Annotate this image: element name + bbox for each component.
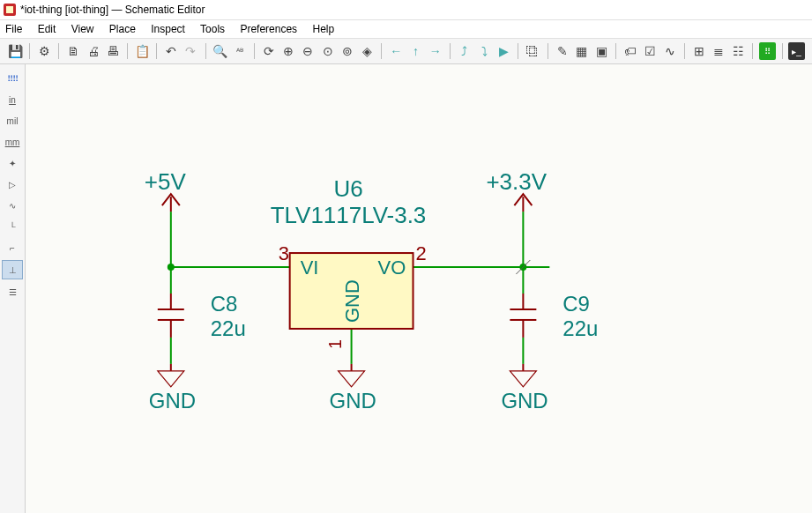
save-icon[interactable]: 💾 <box>7 42 23 60</box>
svg-marker-13 <box>158 371 184 387</box>
separator <box>518 43 518 59</box>
zoom-in-icon[interactable]: ⊕ <box>280 42 296 60</box>
hierarchy-icon[interactable]: ⿻ <box>525 42 540 60</box>
run-icon[interactable]: ▶ <box>495 42 511 60</box>
erc-icon[interactable]: ☑ <box>642 42 658 60</box>
menu-help[interactable]: Help <box>312 23 334 35</box>
u6-value: TLV1117LV-3.3 <box>271 202 427 228</box>
menu-preferences[interactable]: Preferences <box>240 23 297 35</box>
find-icon[interactable]: 🔍 <box>212 42 227 60</box>
menu-bar: File Edit View Place Inspect Tools Prefe… <box>0 20 812 39</box>
hidden-pins-icon[interactable]: ▷ <box>3 175 22 193</box>
simulator-icon[interactable]: ∿ <box>662 42 678 60</box>
redo-icon[interactable]: ↷ <box>183 42 198 60</box>
gnd-c8[interactable]: GND <box>149 364 196 413</box>
separator <box>29 43 30 59</box>
print-icon[interactable]: 🖨 <box>86 42 101 60</box>
c9-value: 22u <box>562 316 598 340</box>
hidden-fields-icon[interactable]: ∿ <box>3 197 22 214</box>
plot-icon[interactable]: 🖶 <box>105 42 121 60</box>
zoom-selection-icon[interactable]: ◈ <box>359 42 375 60</box>
component-c9[interactable]: C9 22u <box>510 292 598 340</box>
cursor-shape-icon[interactable]: ✦ <box>3 154 22 172</box>
separator <box>752 43 753 59</box>
gnd-c9-label: GND <box>501 389 548 413</box>
units-mm-button[interactable]: mm <box>3 133 22 151</box>
u6-pin3-name: VI <box>301 256 319 279</box>
assign-footprints-icon[interactable]: ⊞ <box>691 42 707 60</box>
u6-pin1-num: 1 <box>325 339 345 349</box>
svg-marker-15 <box>339 371 365 387</box>
scripting-console-icon[interactable]: ▸_ <box>788 42 804 60</box>
app-icon <box>4 4 16 16</box>
paste-icon[interactable]: 📋 <box>134 42 150 60</box>
schematic-setup-icon[interactable]: ⚙ <box>36 42 52 60</box>
separator <box>684 43 685 59</box>
component-u6[interactable]: U6 TLV1117LV-3.3 3 VI 2 VO 1 GND <box>271 175 427 349</box>
symbol-editor-icon[interactable]: ✎ <box>554 42 570 60</box>
undo-icon[interactable]: ↶ <box>163 42 179 60</box>
gnd-u6[interactable]: GND <box>330 364 376 413</box>
gnd-c9[interactable]: GND <box>501 364 548 413</box>
left-toolbar: ⠿⠿ in mil mm ✦ ▷ ∿ └ ⌐ ⊥ ☰ <box>0 64 26 513</box>
separator <box>58 43 59 59</box>
power-5v[interactable]: +5V <box>145 168 187 212</box>
45deg-icon[interactable]: ⌐ <box>3 239 22 256</box>
gnd-u6-label: GND <box>330 389 376 413</box>
90deg-icon[interactable]: ⊥ <box>2 260 23 279</box>
power-3v3[interactable]: +3.3V <box>486 168 547 274</box>
separator <box>381 43 382 59</box>
free-angle-icon[interactable]: └ <box>3 218 22 235</box>
u6-pin3-num: 3 <box>279 242 289 264</box>
grid-dots-icon[interactable]: ⠿⠿ <box>3 70 22 87</box>
title-bar: *iot-thing [iot-thing] — Schematic Edito… <box>0 0 812 20</box>
page-icon[interactable]: 🗎 <box>65 42 81 60</box>
separator <box>254 43 255 59</box>
menu-file[interactable]: File <box>5 23 22 35</box>
component-c8[interactable]: C8 22u <box>158 292 246 340</box>
menu-tools[interactable]: Tools <box>200 23 225 35</box>
annotate-auto-icon[interactable]: ☰ <box>3 283 22 301</box>
annotate-icon[interactable]: 🏷 <box>622 42 638 60</box>
symbol-browser-icon[interactable]: ▦ <box>574 42 590 60</box>
footprint-icon[interactable]: ▣ <box>593 42 609 60</box>
units-mils-button[interactable]: mil <box>3 112 22 130</box>
find-replace-icon[interactable]: ᴬᴮ <box>232 42 248 60</box>
c8-value: 22u <box>211 316 246 340</box>
zoom-objects-icon[interactable]: ⊚ <box>339 42 355 60</box>
nav-back-icon[interactable]: ← <box>388 42 404 60</box>
nav-up-icon[interactable]: ↑ <box>407 42 423 60</box>
gnd-c8-label: GND <box>149 389 196 413</box>
refresh-icon[interactable]: ⟳ <box>261 42 277 60</box>
menu-view[interactable]: View <box>71 23 94 35</box>
leave-sheet-icon[interactable]: ⤵ <box>476 42 492 60</box>
u6-pin2-num: 2 <box>416 242 427 264</box>
separator <box>127 43 128 59</box>
power-3v3-label: +3.3V <box>486 168 547 195</box>
separator <box>450 43 451 59</box>
window-title: *iot-thing [iot-thing] — Schematic Edito… <box>20 0 205 19</box>
bulk-edit-icon[interactable]: ☷ <box>730 42 746 60</box>
menu-inspect[interactable]: Inspect <box>151 23 185 35</box>
c9-ref: C9 <box>562 292 590 316</box>
u6-ref: U6 <box>334 175 363 202</box>
separator <box>205 43 206 59</box>
menu-edit[interactable]: Edit <box>38 23 56 35</box>
schematic-canvas[interactable]: +5V +3.3V U6 TLV1117LV-3.3 3 VI 2 VO <box>26 64 812 513</box>
separator <box>615 43 616 59</box>
separator <box>782 43 783 59</box>
zoom-fit-icon[interactable]: ⊙ <box>319 42 335 60</box>
schematic-drawing: +5V +3.3V U6 TLV1117LV-3.3 3 VI 2 VO <box>26 64 812 513</box>
enter-sheet-icon[interactable]: ⤴ <box>457 42 473 60</box>
c8-ref: C8 <box>211 292 238 316</box>
menu-place[interactable]: Place <box>109 23 136 35</box>
zoom-out-icon[interactable]: ⊖ <box>300 42 316 60</box>
bom-icon[interactable]: ≣ <box>711 42 726 60</box>
nav-forward-icon[interactable]: → <box>428 42 443 60</box>
pcb-editor-icon[interactable]: ⠿ <box>759 42 775 60</box>
power-5v-label: +5V <box>145 168 187 195</box>
u6-pin1-name: GND <box>341 279 363 323</box>
units-inches-button[interactable]: in <box>3 91 22 108</box>
separator <box>548 43 548 59</box>
separator <box>156 43 157 59</box>
